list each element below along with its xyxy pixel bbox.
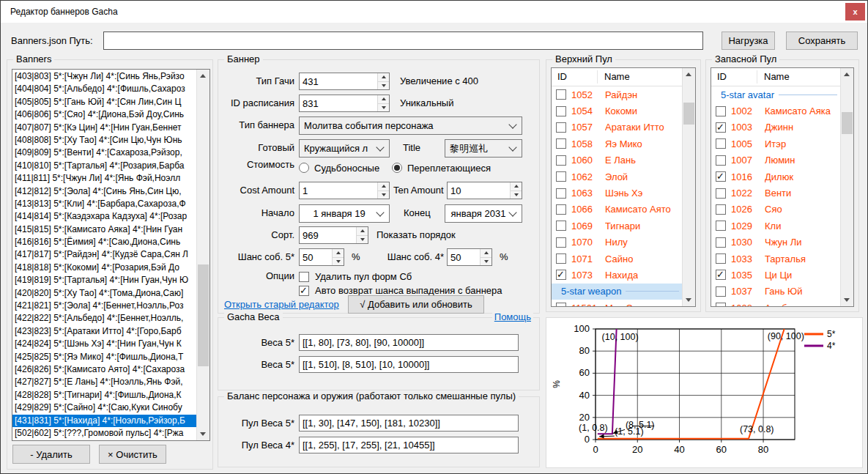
help-link[interactable]: Помощь <box>492 311 533 322</box>
banners-list[interactable]: [403|803] 5*:[Чжун Ли] 4*:[Синь Янь,Рэйз… <box>12 69 210 441</box>
spin-down-icon[interactable] <box>481 257 492 266</box>
spin-up-icon[interactable] <box>333 249 344 257</box>
pool-item[interactable]: 1005Итэр <box>711 136 841 152</box>
spin-down-icon[interactable] <box>357 235 368 244</box>
banner-list-item[interactable]: [417|817] 5*:[Райдэн] 4*:[Кудзё Сара,Сян… <box>12 248 197 261</box>
scroll-up-icon[interactable] <box>841 68 853 81</box>
pool-item[interactable]: 1066Камисато Аято <box>552 201 683 218</box>
upper-pool-scrollbar[interactable] <box>682 68 695 306</box>
spare-pool-scrollbar[interactable] <box>840 68 853 306</box>
pool-item-checkbox[interactable] <box>556 122 566 133</box>
scroll-down-icon[interactable] <box>197 428 209 440</box>
banner-list-item[interactable]: [426|826] 5*:[Камисато Аято] 4*:[Сахароз… <box>12 363 197 376</box>
banner-list-item[interactable]: [424|824] 5*:[Шэнь Хэ] 4*:[Нин Гуан,Чун … <box>12 338 197 350</box>
pool-item[interactable]: 1060Е Лань <box>552 152 683 169</box>
pool-item-checkbox[interactable] <box>716 138 726 149</box>
banner-list-item[interactable]: [409|809] 5*:[Венти] 4*:[Сахароза,Рэйзор… <box>12 147 197 159</box>
pool-item[interactable]: 1052Райдэн <box>552 86 683 103</box>
pool-item-checkbox[interactable] <box>716 237 726 248</box>
banner-list-item[interactable]: [418|818] 5*:[Кокоми] 4*:[Розария,Бэй До <box>12 262 197 274</box>
load-button[interactable]: Нагрузка <box>722 32 775 50</box>
banners-scrollbar[interactable] <box>196 70 209 440</box>
pool-item-checkbox[interactable] <box>556 138 566 149</box>
pool-item[interactable]: 1063Шэнь Хэ <box>552 185 683 201</box>
spin-down-icon[interactable] <box>378 190 389 199</box>
spin-down-icon[interactable] <box>511 190 522 199</box>
banner-list-item[interactable]: [422|822] 5*:[Альбедо] 4*:[Беннет,Ноэлль… <box>12 312 197 325</box>
pool-item[interactable]: 1026Сяо <box>711 201 841 218</box>
pool-item-checkbox[interactable] <box>556 303 566 306</box>
begin-date-picker[interactable]: 1 января 19 <box>299 204 390 223</box>
pool-item-checkbox[interactable] <box>716 204 726 215</box>
chance4-input[interactable] <box>448 249 480 265</box>
pool-item-checkbox[interactable] <box>716 122 726 133</box>
banner-list-item[interactable]: [410|810] 5*:[Тарталья] 4*:[Розария,Барб… <box>12 160 197 172</box>
pool-item[interactable]: 1054Кокоми <box>552 103 683 119</box>
pool-item-checkbox[interactable] <box>716 188 726 199</box>
close-button[interactable]: x <box>845 3 865 21</box>
delete-banner-button[interactable]: - Удалить <box>12 445 90 464</box>
pool-item-checkbox[interactable] <box>716 303 726 306</box>
scroll-thumb[interactable] <box>198 264 209 366</box>
scroll-thumb[interactable] <box>842 112 853 134</box>
pool-item-checkbox[interactable] <box>716 253 726 264</box>
banner-list-item[interactable]: [429|829] 5*:[Сайно] 4*:[Саю,Куки Синобу <box>12 401 197 414</box>
save-button[interactable]: Сохранять <box>786 32 858 50</box>
clear-banners-button[interactable]: × Очистить <box>99 445 166 464</box>
pool-item-checkbox[interactable] <box>716 221 726 231</box>
title-select[interactable]: 黎明巡礼 <box>445 139 522 158</box>
pool-item-checkbox[interactable] <box>556 188 566 199</box>
banner-list-item[interactable]: [403|803] 5*:[Чжун Ли] 4*:[Синь Янь,Рэйз… <box>12 70 197 83</box>
spin-up-icon[interactable] <box>378 95 389 103</box>
pool-item-checkbox[interactable] <box>556 237 566 248</box>
cost-radio-intertwined[interactable]: Переплетающиеся <box>392 162 491 174</box>
scroll-down-icon[interactable] <box>683 294 694 306</box>
pool-item[interactable]: 1007Люмин <box>711 152 841 169</box>
option-auto-return[interactable]: Авто возврат шанса выпадения с баннера <box>299 285 502 296</box>
banner-list-item[interactable]: [407|807] 5*:[Кэ Цин] 4*:[Нин Гуан,Бенне… <box>12 122 197 134</box>
schedule-id-input[interactable] <box>300 95 377 111</box>
banner-list-item[interactable]: [419|819] 5*:[Тарталья] 4*:[Нин Гуан,Чун… <box>12 274 197 286</box>
cost-radio-fate[interactable]: Судьбоносные <box>299 162 379 174</box>
pool-item[interactable]: 1062Элой <box>552 169 683 185</box>
pool-weight5-input[interactable] <box>299 415 519 432</box>
banner-list-item[interactable]: [427|827] 5*:[Е Лань] 4*:[Ноэлль,Янь Фэй… <box>12 376 197 388</box>
spin-up-icon[interactable] <box>378 182 389 190</box>
pool-item-checkbox[interactable] <box>556 270 566 280</box>
banner-list-item[interactable]: [425|825] 5*:[Яэ Мико] 4*:[Фишль,Диона,Т <box>12 351 197 363</box>
pool-item-checkbox[interactable] <box>556 155 566 166</box>
banner-list-item[interactable]: [406|806] 5*:[Сяо] 4*:[Диона,Бэй Доу,Син… <box>12 108 197 121</box>
scroll-down-icon[interactable] <box>841 294 853 306</box>
pool-item[interactable]: 1003Джинн <box>711 119 841 136</box>
banner-list-item[interactable]: [415|815] 5*:[Камисато Аяка] 4*:[Нин Гуа… <box>12 223 197 236</box>
sort-input[interactable] <box>300 227 356 243</box>
pool-item[interactable]: 1035Ци Ци <box>711 267 841 283</box>
pool-item-checkbox[interactable] <box>716 155 726 166</box>
pool-item[interactable]: 1033Тарталья <box>711 251 841 267</box>
spare-pool-list[interactable]: ID Name 5-star avatar1002Камисато Аяка10… <box>711 67 854 307</box>
pool-item-checkbox[interactable] <box>556 106 566 116</box>
banner-list-item[interactable]: [411|811] 5*:[Чжун Ли] 4*:[Янь Фэй,Ноэлл <box>12 172 197 185</box>
ten-amount-input[interactable] <box>448 182 510 199</box>
chance5-input[interactable] <box>300 249 332 265</box>
scroll-up-icon[interactable] <box>197 70 209 82</box>
spin-up-icon[interactable] <box>481 249 492 257</box>
pool-item-checkbox[interactable] <box>556 253 566 264</box>
pool-item[interactable]: 1071Сайно <box>552 251 683 267</box>
banner-list-item[interactable]: [431|831] 5*:[Нахида] 4*:[Ноэлль,Рэйзор,… <box>12 415 197 427</box>
banner-list-item[interactable]: [416|816] 5*:[Ёимия] 4*:[Саю,Диона,Синь <box>12 236 197 248</box>
spin-up-icon[interactable] <box>357 227 368 235</box>
banner-list-item[interactable]: [412|812] 5*:[Эола] 4*:[Синь Янь,Син Цю, <box>12 185 197 198</box>
pool-item[interactable]: 1022Венти <box>711 185 841 201</box>
pool-item[interactable]: 1029Кли <box>711 218 841 234</box>
banner-list-item[interactable]: [421|821] 5*:[Эола] 4*:[Беннет,Ноэлль,Ро… <box>12 300 197 312</box>
pool-item-checkbox[interactable] <box>716 286 726 297</box>
column-id[interactable]: ID <box>717 68 727 86</box>
column-name[interactable]: Name <box>604 68 630 86</box>
pool-item[interactable]: 1070Нилу <box>552 234 683 251</box>
banner-list-item[interactable]: [413|813] 5*:[Кли] 4*:[Барбара,Сахароза,… <box>12 198 197 210</box>
pool-item-checkbox[interactable] <box>716 171 726 182</box>
pool-item-checkbox[interactable] <box>556 221 566 231</box>
pool-item[interactable]: 1057Аратаки Итто <box>552 119 683 136</box>
path-input[interactable] <box>103 32 703 50</box>
